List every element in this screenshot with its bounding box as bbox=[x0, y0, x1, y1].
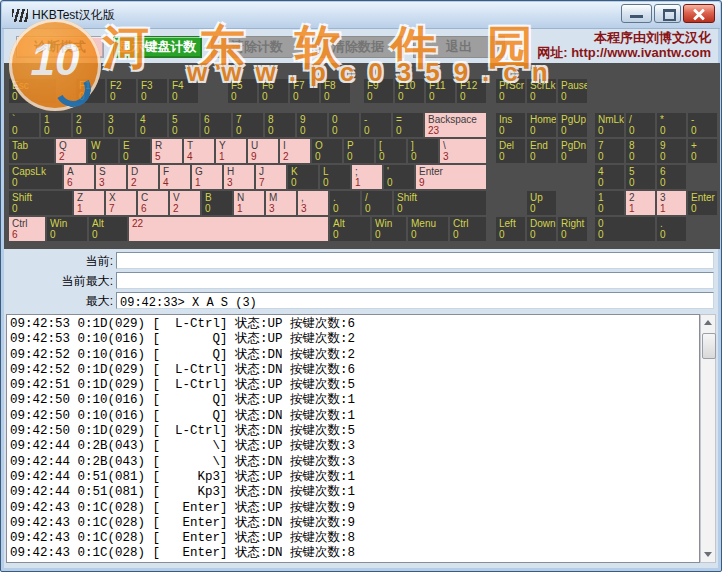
keyboard-key: 10 bbox=[595, 191, 624, 215]
key-count: 0 bbox=[660, 177, 686, 188]
key-label: K bbox=[291, 166, 318, 177]
keyboard-key: CapsLk0 bbox=[9, 165, 62, 189]
key-count: 0 bbox=[629, 151, 655, 162]
key-label: R bbox=[155, 140, 182, 151]
key-count: 0 bbox=[12, 151, 54, 162]
key-count: 0 bbox=[499, 151, 525, 162]
key-count: 0 bbox=[691, 125, 717, 136]
keyboard-key: Ctrl0 bbox=[450, 217, 486, 241]
keyboard-key: U9 bbox=[248, 139, 278, 163]
keyboard-key: I2 bbox=[280, 139, 310, 163]
key-label: 8 bbox=[629, 140, 655, 151]
key-count: 0 bbox=[262, 91, 288, 102]
keyboard-key: Home0 bbox=[527, 113, 556, 137]
keyboard-key: K0 bbox=[288, 165, 318, 189]
key-count: 0 bbox=[300, 125, 327, 136]
max-label: 最大: bbox=[7, 292, 113, 310]
keyboard-key: Win0 bbox=[47, 217, 87, 241]
key-count: 0 bbox=[12, 125, 39, 136]
current-max-field[interactable] bbox=[116, 272, 714, 289]
keyboard-key: End0 bbox=[527, 139, 556, 163]
key-label: F10 bbox=[398, 80, 424, 91]
key-count: 0 bbox=[110, 91, 136, 102]
key-count: 0 bbox=[598, 125, 624, 136]
max-field[interactable]: 09:42:33> X A S (3) bbox=[116, 292, 714, 309]
keyboard-key: Alt0 bbox=[89, 217, 127, 241]
key-count: 0 bbox=[91, 151, 118, 162]
keyboard-key: 90 bbox=[657, 139, 686, 163]
key-count: 3 bbox=[443, 151, 486, 162]
diagnostic-mode-button[interactable]: 诊断模式 bbox=[16, 36, 104, 58]
keyboard-key: 70 bbox=[595, 139, 624, 163]
keyboard-section: 708090+0 bbox=[595, 139, 719, 163]
scroll-down-button[interactable] bbox=[701, 547, 715, 562]
log-scrollbar[interactable] bbox=[700, 314, 716, 563]
keyboard-key: F4 bbox=[160, 165, 190, 189]
key-count: 1 bbox=[77, 203, 104, 214]
key-count: 0 bbox=[379, 151, 406, 162]
keyboard-key: F30 bbox=[138, 79, 167, 103]
scroll-thumb[interactable] bbox=[702, 333, 716, 359]
exit-button[interactable]: 退出 bbox=[413, 36, 505, 58]
keyboard-key: Menu0 bbox=[408, 217, 448, 241]
key-label: O bbox=[315, 140, 342, 151]
keyboard-key: ScrLk0 bbox=[527, 79, 556, 103]
key-label: Tab bbox=[12, 140, 54, 151]
key-label: F11 bbox=[429, 80, 455, 91]
key-count: 0 bbox=[561, 151, 587, 162]
keyboard-key: J7 bbox=[256, 165, 286, 189]
log-line: 09:42:53 0:1D(029) [ L-Ctrl] 状态:UP 按键次数:… bbox=[10, 317, 699, 332]
key-label: / bbox=[629, 114, 655, 125]
keyboard-key: Up0 bbox=[527, 191, 556, 215]
keyboard-key: 30 bbox=[105, 113, 135, 137]
key-count: 2 bbox=[173, 203, 200, 214]
key-label: S bbox=[99, 166, 126, 177]
key-count: 0 bbox=[12, 203, 72, 214]
key-label: Menu bbox=[411, 218, 448, 229]
keyboard-key: F10 bbox=[76, 79, 105, 103]
key-count: 9 bbox=[251, 151, 278, 162]
key-count: 1 bbox=[219, 151, 246, 162]
key-count: 6 bbox=[12, 229, 45, 240]
titlebar[interactable]: HKBTest汉化版 bbox=[2, 2, 720, 29]
key-count: 0 bbox=[629, 177, 655, 188]
key-label: Home bbox=[530, 114, 556, 125]
key-count: 0 bbox=[598, 229, 655, 240]
key-empty-slot bbox=[558, 191, 587, 215]
log-area[interactable]: 09:42:53 0:1D(029) [ L-Ctrl] 状态:UP 按键次数:… bbox=[6, 314, 700, 563]
log-line: 09:42:43 0:1C(028) [ Enter] 状态:UP 按键次数:8 bbox=[10, 531, 699, 546]
key-label: Shift bbox=[12, 192, 72, 203]
key-label: Left bbox=[499, 218, 525, 229]
clear-count-button[interactable]: 清除计数 bbox=[211, 36, 303, 58]
key-label: F12 bbox=[460, 80, 486, 91]
key-label: ; bbox=[355, 166, 382, 177]
scroll-up-button[interactable] bbox=[701, 315, 715, 330]
key-label: G bbox=[195, 166, 222, 177]
show-keyboard-count-button[interactable]: 显示键盘计数 bbox=[113, 36, 202, 58]
maximize-button[interactable] bbox=[654, 4, 681, 23]
keyboard: Esc0F10F20F30F40F50F60F70F80F90F100F110F… bbox=[4, 63, 720, 249]
minimize-button[interactable] bbox=[621, 4, 652, 23]
key-count: 23 bbox=[428, 125, 486, 136]
key-count: 0 bbox=[50, 229, 87, 240]
keyboard-section: Shift0Z1X7C6V2B0N1M3,3.0/0Shift0 bbox=[9, 191, 488, 215]
close-button[interactable] bbox=[683, 4, 715, 23]
minimize-icon bbox=[630, 15, 643, 18]
keyboard-row: Ctrl6Win0Alt022Alt0Win0Menu0Ctrl0Left0Do… bbox=[9, 217, 720, 241]
current-field[interactable] bbox=[116, 252, 714, 269]
key-label: Alt bbox=[92, 218, 127, 229]
key-count: 7 bbox=[259, 177, 286, 188]
key-label: 8 bbox=[268, 114, 295, 125]
key-count: 0 bbox=[561, 125, 587, 136]
key-count: 0 bbox=[123, 151, 150, 162]
keyboard-section: 405060 bbox=[595, 165, 719, 189]
key-label: Win bbox=[50, 218, 87, 229]
keyboard-section bbox=[496, 165, 589, 189]
keyboard-key: 60 bbox=[201, 113, 231, 137]
key-count: 0 bbox=[691, 151, 717, 162]
key-label: L bbox=[323, 166, 350, 177]
max-value: 09:42:33> X A S (3) bbox=[120, 296, 257, 310]
clear-data-button[interactable]: 清除数据 bbox=[312, 36, 404, 58]
keyboard-key: -0 bbox=[688, 113, 717, 137]
key-count: 0 bbox=[236, 125, 263, 136]
